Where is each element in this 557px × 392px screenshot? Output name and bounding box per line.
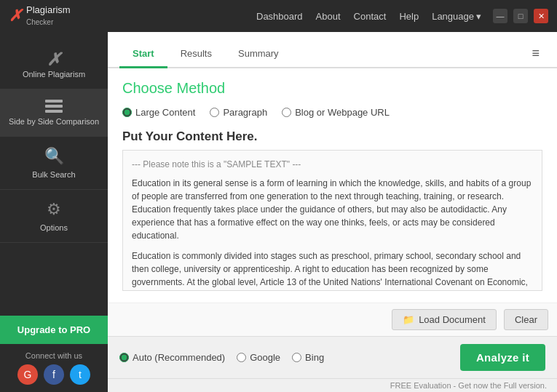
radio-google-input[interactable]: [237, 353, 246, 362]
nav-about[interactable]: About: [316, 11, 341, 22]
clear-button[interactable]: Clear: [504, 309, 548, 330]
radio-large-content-input[interactable]: [122, 108, 132, 117]
radio-blog-input[interactable]: [282, 108, 291, 117]
twitter-icon[interactable]: t: [70, 364, 90, 385]
sidebar-label-online: Online Plagiarism: [23, 70, 85, 79]
search-engine-group: Auto (Recommended) Google Bing: [119, 352, 449, 363]
choose-method-title: Choose Method: [122, 80, 542, 97]
sidebar-item-side-by-side[interactable]: Side by Side Comparison: [0, 89, 108, 137]
action-bar: 📁 Load Document Clear: [108, 303, 557, 336]
main-wrapper: ✗ Online Plagiarism Side by Side Compari…: [0, 32, 557, 392]
sidebar-item-bulk-search[interactable]: 🔍 Bulk Search: [0, 137, 108, 190]
status-bar: FREE Evaluation - Get now the Full versi…: [108, 378, 557, 392]
content-text-area[interactable]: --- Please note this is a "SAMPLE TEXT" …: [122, 150, 542, 291]
hamburger-menu[interactable]: ≡: [526, 40, 545, 67]
tab-results[interactable]: Results: [167, 41, 225, 68]
put-content-title: Put Your Content Here.: [122, 129, 542, 144]
radio-bing-label: Bing: [305, 352, 324, 363]
sidebar: ✗ Online Plagiarism Side by Side Compari…: [0, 32, 108, 392]
close-button[interactable]: ✕: [534, 9, 548, 23]
tabs-bar: Start Results Summary ≡: [108, 32, 557, 68]
radio-paragraph-input[interactable]: [210, 108, 219, 117]
minimize-button[interactable]: —: [493, 9, 507, 23]
radio-blog-url[interactable]: Blog or Webpage URL: [282, 107, 390, 118]
nav-contact[interactable]: Contact: [354, 11, 387, 22]
sidebar-label-side-by-side: Side by Side Comparison: [9, 117, 99, 126]
radio-large-content-label: Large Content: [135, 107, 195, 118]
sidebar-label-bulk: Bulk Search: [32, 170, 75, 179]
connect-section: Connect with us G f t: [0, 344, 108, 392]
radio-blog-label: Blog or Webpage URL: [295, 107, 390, 118]
tab-summary[interactable]: Summary: [225, 41, 292, 68]
sidebar-label-options: Options: [40, 223, 68, 232]
facebook-icon[interactable]: f: [44, 364, 64, 385]
nav-dashboard[interactable]: Dashboard: [256, 11, 303, 22]
restore-button[interactable]: □: [513, 9, 528, 23]
status-text: FREE Evaluation - Get now the Full versi…: [390, 381, 547, 390]
sidebar-item-options[interactable]: ⚙ Options: [0, 190, 108, 243]
radio-paragraph-label: Paragraph: [223, 107, 267, 118]
sample-note: --- Please note this is a "SAMPLE TEXT" …: [132, 158, 533, 171]
sidebar-item-online-plagiarism[interactable]: ✗ Online Plagiarism: [0, 39, 108, 89]
layers-icon: [45, 100, 63, 113]
method-radio-group: Large Content Paragraph Blog or Webpage …: [122, 107, 542, 118]
logo-area: ✗ PlagiarismChecker: [9, 4, 71, 27]
radio-auto-label: Auto (Recommended): [133, 352, 225, 363]
radio-bing-input[interactable]: [292, 353, 301, 362]
window-controls: — □ ✕: [493, 9, 548, 23]
analyze-button[interactable]: Analyze it: [460, 344, 545, 371]
radio-auto-input[interactable]: [119, 353, 129, 362]
logo-title: PlagiarismChecker: [26, 4, 71, 27]
analyze-bar: Auto (Recommended) Google Bing Analyze i…: [108, 336, 557, 378]
google-icon[interactable]: G: [17, 364, 38, 385]
content-area: Start Results Summary ≡ Choose Method La…: [108, 32, 557, 392]
radio-auto[interactable]: Auto (Recommended): [119, 352, 225, 363]
paragraph-2: Education is commonly divided into stage…: [132, 249, 533, 291]
radio-bing[interactable]: Bing: [292, 352, 324, 363]
load-document-button[interactable]: 📁 Load Document: [392, 309, 497, 330]
tab-start[interactable]: Start: [119, 41, 167, 68]
upgrade-button[interactable]: Upgrade to PRO: [0, 316, 108, 344]
nav-links: Dashboard About Contact Help Language ▾: [256, 11, 481, 22]
radio-large-content[interactable]: Large Content: [122, 107, 195, 118]
search-icon: 🔍: [44, 147, 64, 166]
connect-label: Connect with us: [25, 351, 82, 360]
topbar: ✗ PlagiarismChecker Dashboard About Cont…: [0, 0, 557, 32]
nav-help[interactable]: Help: [399, 11, 419, 22]
paragraph-1: Education in its general sense is a form…: [132, 177, 533, 242]
logo-subtitle: Checker: [26, 18, 53, 26]
logo-x-icon: ✗: [9, 7, 22, 25]
language-button[interactable]: Language ▾: [432, 11, 481, 22]
load-doc-label: Load Document: [419, 314, 486, 325]
radio-paragraph[interactable]: Paragraph: [210, 107, 267, 118]
x-icon: ✗: [47, 49, 61, 70]
radio-google[interactable]: Google: [237, 352, 280, 363]
social-icons: G f t: [6, 364, 102, 385]
gear-icon: ⚙: [47, 200, 61, 219]
load-doc-icon: 📁: [403, 314, 414, 325]
main-content: Choose Method Large Content Paragraph Bl…: [108, 68, 557, 303]
radio-google-label: Google: [250, 352, 280, 363]
